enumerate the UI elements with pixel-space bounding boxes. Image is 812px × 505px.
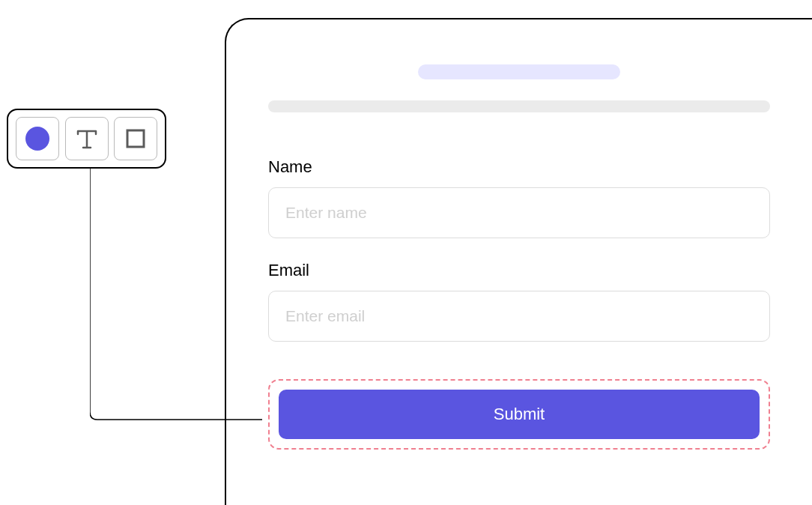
name-label: Name: [268, 157, 770, 177]
style-toolbar: [7, 109, 166, 169]
form-canvas: Name Email Submit: [225, 18, 812, 505]
submit-selection-outline: Submit: [268, 379, 770, 450]
svg-rect-0: [127, 130, 144, 147]
rectangle-icon: [122, 125, 149, 152]
email-label: Email: [268, 261, 770, 280]
rectangle-tool[interactable]: [114, 117, 157, 160]
name-input[interactable]: [268, 187, 770, 238]
text-icon: [73, 125, 100, 152]
title-placeholder: [418, 64, 620, 79]
text-tool[interactable]: [65, 117, 109, 160]
color-tool[interactable]: [16, 117, 59, 160]
subtitle-placeholder: [268, 100, 770, 112]
email-input[interactable]: [268, 291, 770, 342]
submit-button[interactable]: Submit: [279, 390, 760, 439]
color-swatch-icon: [25, 127, 49, 151]
